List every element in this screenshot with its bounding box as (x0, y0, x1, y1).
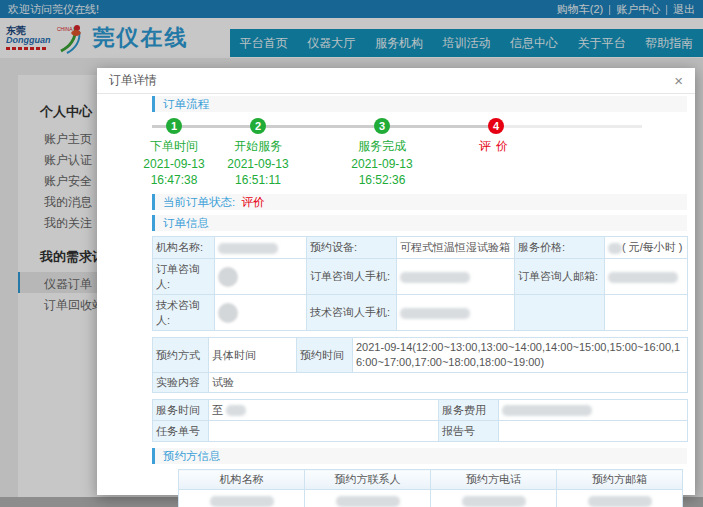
booking-table: 预约方式 具体时间 预约时间 2021-09-14(12:00~13:00,13… (152, 337, 688, 393)
timeline-step-2: 2 开始服务 2021-09-13 16:51:11 (208, 118, 308, 187)
table-row: 机构名称: 预约设备: 可程式恒温恒湿试验箱 服务价格: ( 元/每小时 ) (153, 237, 688, 259)
experiment-content-value: 试验 (209, 373, 688, 393)
order-timeline: 1 下单时间 2021-09-13 16:47:38 2 开始服务 2021-0… (152, 118, 687, 188)
empty-value-cell (605, 295, 688, 331)
tech-contact-label: 技术咨询人: (153, 295, 215, 331)
section-provider-info: 预约方信息 (152, 448, 687, 464)
step-3-label: 服务完成 (332, 138, 432, 155)
modal-title: 订单详情 (109, 72, 157, 89)
order-info-table: 机构名称: 预约设备: 可程式恒温恒湿试验箱 服务价格: ( 元/每小时 ) 订… (152, 236, 688, 331)
step-2-circle: 2 (250, 118, 266, 134)
provider-org-value-masked (179, 490, 305, 507)
section-order-info: 订单信息 (152, 215, 687, 231)
table-row: 任务单号 报告号 (153, 421, 688, 442)
table-row: 预约方式 具体时间 预约时间 2021-09-14(12:00~13:00,13… (153, 338, 688, 373)
redacted-value (608, 272, 678, 283)
provider-table: 机构名称 预约方联系人 预约方电话 预约方邮箱 (178, 469, 683, 507)
redacted-value (502, 405, 592, 416)
step-4-label: 评价 (446, 138, 546, 155)
service-time-value: 至 (209, 400, 439, 421)
report-number-label: 报告号 (439, 421, 499, 442)
service-time-prefix: 至 (212, 404, 223, 416)
provider-data-row (179, 490, 683, 507)
order-detail-modal: 订单详情 × 订单流程 1 下单时间 2021-09-13 16:47:38 2… (97, 68, 695, 495)
empty-label-cell (515, 295, 605, 331)
order-phone-value-masked (397, 259, 515, 295)
booking-time-value: 2021-09-14(12:00~13:00,13:00~14:00,14:00… (353, 338, 688, 373)
provider-contact-header: 预约方联系人 (305, 470, 431, 490)
current-status-label: 当前订单状态: (163, 196, 235, 208)
tech-phone-value-masked (397, 295, 515, 331)
service-fee-value-masked (499, 400, 688, 421)
timeline-step-4: 4 评价 (446, 118, 546, 155)
step-2-time: 16:51:11 (208, 173, 308, 187)
redacted-value (336, 496, 400, 507)
org-name-label: 机构名称: (153, 237, 215, 259)
price-label: 服务价格: (515, 237, 605, 259)
table-row: 订单咨询人: 订单咨询人手机: 订单咨询人邮箱: (153, 259, 688, 295)
tech-phone-label: 技术咨询人手机: (307, 295, 397, 331)
current-status-value: 评价 (241, 196, 264, 208)
redacted-value (400, 272, 470, 283)
service-time-label: 服务时间 (153, 400, 209, 421)
provider-contact-value-masked (305, 490, 431, 507)
booking-method-label: 预约方式 (153, 338, 209, 373)
provider-email-value-masked (557, 490, 683, 507)
order-email-value-masked (605, 259, 688, 295)
step-3-time: 16:52:36 (332, 173, 432, 187)
service-table: 服务时间 至 服务费用 任务单号 报告号 (152, 399, 688, 442)
org-name-value-masked (215, 237, 307, 259)
redacted-value (608, 243, 622, 254)
step-4-circle: 4 (488, 118, 504, 134)
price-unit: ( 元/每小时 ) (622, 241, 683, 253)
order-phone-label: 订单咨询人手机: (307, 259, 397, 295)
redacted-value (226, 405, 246, 416)
device-value: 可程式恒温恒湿试验箱 (397, 237, 515, 259)
order-contact-label: 订单咨询人: (153, 259, 215, 295)
section-order-flow: 订单流程 (152, 96, 687, 112)
table-row: 技术咨询人: 技术咨询人手机: (153, 295, 688, 331)
provider-phone-header: 预约方电话 (431, 470, 557, 490)
redacted-avatar (218, 267, 238, 287)
booking-method-value: 具体时间 (209, 338, 297, 373)
step-2-label: 开始服务 (208, 138, 308, 155)
redacted-avatar (218, 303, 238, 323)
section-current-status: 当前订单状态: 评价 (152, 194, 687, 210)
booking-time-label: 预约时间 (297, 338, 353, 373)
provider-phone-value-masked (431, 490, 557, 507)
report-number-value (499, 421, 688, 442)
task-number-label: 任务单号 (153, 421, 209, 442)
service-fee-label: 服务费用 (439, 400, 499, 421)
redacted-value (218, 243, 278, 254)
order-contact-value-masked (215, 259, 307, 295)
redacted-value (588, 496, 652, 507)
table-row: 实验内容 试验 (153, 373, 688, 393)
step-3-circle: 3 (374, 118, 390, 134)
step-3-date: 2021-09-13 (332, 157, 432, 171)
redacted-value (462, 496, 526, 507)
tech-contact-value-masked (215, 295, 307, 331)
redacted-value (400, 308, 470, 319)
table-row: 服务时间 至 服务费用 (153, 400, 688, 421)
order-email-label: 订单咨询人邮箱: (515, 259, 605, 295)
task-number-value (209, 421, 439, 442)
device-label: 预约设备: (307, 237, 397, 259)
timeline-step-3: 3 服务完成 2021-09-13 16:52:36 (332, 118, 432, 187)
provider-email-header: 预约方邮箱 (557, 470, 683, 490)
step-2-date: 2021-09-13 (208, 157, 308, 171)
modal-header: 订单详情 × (97, 68, 695, 94)
provider-header-row: 机构名称 预约方联系人 预约方电话 预约方邮箱 (179, 470, 683, 490)
step-1-circle: 1 (166, 118, 182, 134)
close-icon[interactable]: × (674, 73, 683, 88)
redacted-value (210, 496, 274, 507)
modal-body: 订单流程 1 下单时间 2021-09-13 16:47:38 2 开始服务 2… (97, 94, 695, 507)
provider-org-header: 机构名称 (179, 470, 305, 490)
price-value-masked: ( 元/每小时 ) (605, 237, 688, 259)
experiment-content-label: 实验内容 (153, 373, 209, 393)
